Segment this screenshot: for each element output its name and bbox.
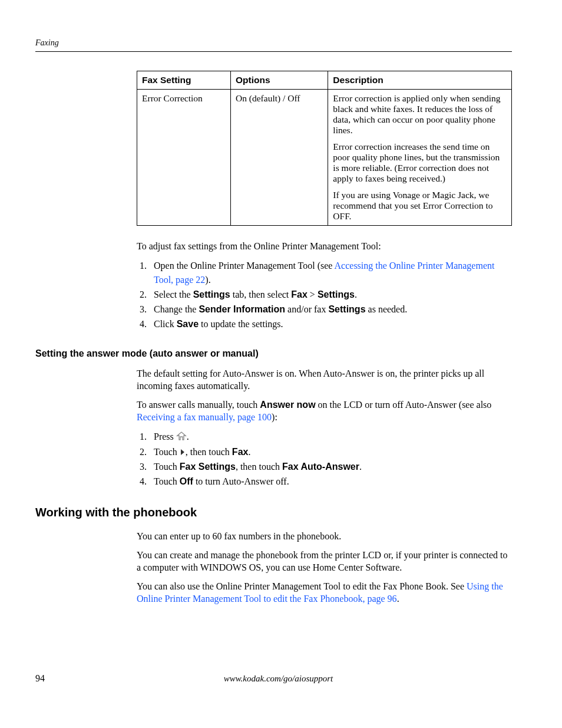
page-number: 94 xyxy=(35,673,45,684)
list-item: Open the Online Printer Management Tool … xyxy=(149,259,512,288)
step-text: Open the Online Printer Management Tool … xyxy=(154,261,335,271)
desc-para-1: Error correction is applied only when se… xyxy=(333,93,507,136)
steps-list-1: Open the Online Printer Management Tool … xyxy=(149,259,512,332)
step-text: Select the xyxy=(154,289,193,299)
cell-setting: Error Correction xyxy=(137,90,231,226)
answer-mode-para-2: To answer calls manually, touch Answer n… xyxy=(137,398,512,424)
section-heading-phonebook: Working with the phonebook xyxy=(35,506,512,519)
bold-text: Sender Information xyxy=(199,304,285,314)
step-text: , then touch xyxy=(236,462,282,472)
bold-text: Off xyxy=(180,476,193,486)
step-text: , then touch xyxy=(186,447,232,457)
text: ): xyxy=(272,412,277,422)
text: You can also use the Online Printer Mana… xyxy=(137,581,467,591)
steps-list-2: Press . Touch , then touch Fax. Touch Fa… xyxy=(149,430,512,489)
bold-text: Settings xyxy=(193,289,230,299)
answer-mode-para-1: The default setting for Auto-Answer is o… xyxy=(137,367,512,393)
bold-text: Answer now xyxy=(260,400,315,410)
home-icon xyxy=(176,430,187,445)
bold-text: Fax xyxy=(291,289,308,299)
link-receiving-fax[interactable]: Receiving a fax manually, page 100 xyxy=(137,412,272,422)
text: To answer calls manually, touch xyxy=(137,400,260,410)
phonebook-para-1: You can enter up to 60 fax numbers in th… xyxy=(137,530,512,543)
step-text: . xyxy=(359,462,362,472)
table-header-options: Options xyxy=(231,71,328,90)
page-footer: 94 www.kodak.com/go/aiosupport xyxy=(35,673,512,684)
desc-para-2: Error correction increases the send time… xyxy=(333,141,507,184)
table-header-description: Description xyxy=(328,71,512,90)
step-text: as needed. xyxy=(366,304,408,314)
text: on the LCD or turn off Auto-Answer (see … xyxy=(316,400,492,410)
step-text: Press xyxy=(154,431,176,442)
list-item: Press . xyxy=(149,430,512,445)
step-text: Touch xyxy=(154,462,180,472)
step-text: and/or fax xyxy=(285,304,328,314)
intro-paragraph: To adjust fax settings from the Online P… xyxy=(137,240,512,253)
bold-text: Save xyxy=(177,319,199,329)
step-text: Touch xyxy=(154,447,180,457)
bold-text: Fax Settings xyxy=(180,462,236,472)
step-text: to turn Auto-Answer off. xyxy=(193,476,289,486)
list-item: Select the Settings tab, then select Fax… xyxy=(149,288,512,302)
bold-text: Settings xyxy=(318,289,355,299)
play-icon xyxy=(180,446,186,460)
footer-url: www.kodak.com/go/aiosupport xyxy=(45,674,512,684)
phonebook-para-3: You can also use the Online Printer Mana… xyxy=(137,580,512,605)
step-text: . xyxy=(248,447,250,457)
step-text: . xyxy=(355,289,357,299)
table-header-setting: Fax Setting xyxy=(137,71,231,90)
step-text: tab, then select xyxy=(230,289,292,299)
desc-para-3: If you are using Vonage or Magic Jack, w… xyxy=(333,190,507,222)
text: . xyxy=(397,594,399,604)
page-header-section: Faxing xyxy=(35,38,512,52)
subheading-answer-mode: Setting the answer mode (auto answer or … xyxy=(35,348,512,359)
list-item: Touch Off to turn Auto-Answer off. xyxy=(149,475,512,489)
table-row: Error Correction On (default) / Off Erro… xyxy=(137,90,512,226)
step-text: Change the xyxy=(154,304,199,314)
step-text: > xyxy=(308,289,318,299)
step-text: . xyxy=(187,431,189,442)
phonebook-para-2: You can create and manage the phonebook … xyxy=(137,549,512,574)
step-text: Touch xyxy=(154,476,180,486)
list-item: Change the Sender Information and/or fax… xyxy=(149,302,512,317)
bold-text: Settings xyxy=(328,304,365,314)
list-item: Click Save to update the settings. xyxy=(149,317,512,332)
bold-text: Fax xyxy=(232,447,249,457)
step-text: Click xyxy=(154,319,177,329)
cell-options: On (default) / Off xyxy=(231,90,328,226)
cell-description: Error correction is applied only when se… xyxy=(328,90,512,226)
fax-settings-table: Fax Setting Options Description Error Co… xyxy=(137,71,512,226)
list-item: Touch , then touch Fax. xyxy=(149,445,512,460)
list-item: Touch Fax Settings, then touch Fax Auto-… xyxy=(149,460,512,475)
step-text: to update the settings. xyxy=(199,319,283,329)
bold-text: Fax Auto-Answer xyxy=(282,462,359,472)
step-text: ). xyxy=(205,275,210,285)
